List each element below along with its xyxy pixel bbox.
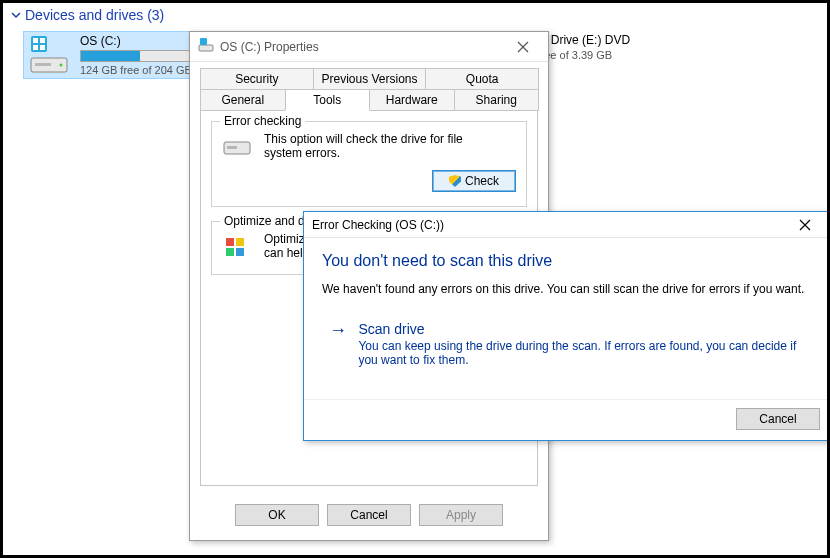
close-icon[interactable] xyxy=(506,36,540,58)
devices-section-title: Devices and drives (3) xyxy=(25,7,164,23)
hdd-check-icon xyxy=(222,132,254,160)
check-button[interactable]: Check xyxy=(432,170,516,192)
svg-rect-6 xyxy=(35,63,51,66)
devices-section-header[interactable]: Devices and drives (3) xyxy=(3,3,827,25)
properties-title: OS (C:) Properties xyxy=(220,40,319,54)
svg-rect-17 xyxy=(236,238,244,246)
group-text: This option will check the drive for fil… xyxy=(264,132,464,160)
tab-sharing[interactable]: Sharing xyxy=(454,89,540,111)
group-legend: Error checking xyxy=(220,114,305,128)
tab-tools[interactable]: Tools xyxy=(285,89,371,111)
svg-rect-19 xyxy=(236,248,244,256)
svg-rect-2 xyxy=(40,38,45,43)
tab-hardware[interactable]: Hardware xyxy=(369,89,455,111)
check-button-label: Check xyxy=(465,174,499,188)
error-checking-title: Error Checking (OS (C:)) xyxy=(312,218,444,232)
svg-rect-1 xyxy=(33,38,38,43)
svg-rect-16 xyxy=(226,238,234,246)
tab-security[interactable]: Security xyxy=(200,68,314,89)
tab-general[interactable]: General xyxy=(200,89,286,111)
error-checking-titlebar[interactable]: Error Checking (OS (C:)) xyxy=(304,212,830,238)
cancel-button[interactable]: Cancel xyxy=(327,504,411,526)
apply-button: Apply xyxy=(419,504,503,526)
drive-small-icon xyxy=(198,37,214,56)
scan-drive-desc: You can keep using the drive during the … xyxy=(358,339,805,367)
tab-quota[interactable]: Quota xyxy=(425,68,539,89)
svg-rect-15 xyxy=(227,146,237,149)
svg-rect-3 xyxy=(33,45,38,50)
scan-drive-title: Scan drive xyxy=(358,321,805,337)
ok-button[interactable]: OK xyxy=(235,504,319,526)
properties-tabs: Security Previous Versions Quota General… xyxy=(190,62,548,111)
svg-point-7 xyxy=(60,64,63,67)
properties-footer: OK Cancel Apply xyxy=(190,494,548,540)
chevron-down-icon xyxy=(11,10,21,20)
svg-rect-4 xyxy=(40,45,45,50)
svg-rect-12 xyxy=(199,45,213,51)
hdd-icon xyxy=(28,34,70,76)
tab-previous-versions[interactable]: Previous Versions xyxy=(313,68,427,89)
svg-rect-13 xyxy=(200,38,207,45)
svg-rect-18 xyxy=(226,248,234,256)
scan-drive-action[interactable]: → Scan drive You can keep using the driv… xyxy=(322,312,812,376)
arrow-right-icon: → xyxy=(329,321,348,367)
error-checking-message: We haven't found any errors on this driv… xyxy=(322,282,812,296)
defrag-icon xyxy=(222,232,254,260)
error-checking-heading: You don't need to scan this drive xyxy=(322,252,812,270)
group-error-checking: Error checking This option will check th… xyxy=(211,121,527,207)
shield-icon xyxy=(449,175,461,187)
properties-titlebar[interactable]: OS (C:) Properties xyxy=(190,32,548,62)
error-checking-dialog: Error Checking (OS (C:)) You don't need … xyxy=(303,211,830,441)
close-icon[interactable] xyxy=(788,214,822,236)
error-checking-cancel-button[interactable]: Cancel xyxy=(736,408,820,430)
